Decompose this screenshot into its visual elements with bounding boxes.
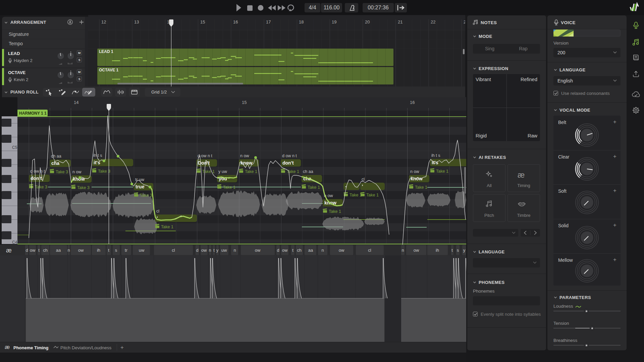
- svg-text:uw: uw: [139, 248, 145, 253]
- svg-text:23: 23: [464, 19, 465, 24]
- svg-text:17: 17: [266, 19, 271, 24]
- svg-text:Don't: Don't: [198, 160, 210, 166]
- svg-text:y: y: [463, 248, 466, 253]
- svg-text:21: 21: [398, 19, 402, 24]
- svg-text:15: 15: [200, 19, 205, 24]
- svg-text:Take 1: Take 1: [161, 225, 173, 229]
- svg-text:18: 18: [299, 19, 304, 24]
- svg-text:Take 1: Take 1: [308, 185, 320, 190]
- svg-text:tr: tr: [125, 248, 128, 253]
- svg-text:Take 1: Take 1: [415, 185, 427, 190]
- svg-text:uw: uw: [221, 248, 227, 253]
- svg-text:C5: C5: [12, 145, 17, 150]
- svg-text:ih t s: ih t s: [431, 153, 440, 158]
- svg-text:ow: ow: [339, 248, 344, 253]
- svg-text:OCTAVE 1: OCTAVE 1: [99, 68, 119, 72]
- svg-text:n: n: [233, 248, 236, 253]
- svg-text:Take 3: Take 3: [77, 185, 90, 190]
- svg-text:19: 19: [332, 19, 336, 24]
- svg-text:ih: ih: [436, 248, 439, 253]
- svg-text:t: t: [292, 248, 293, 253]
- svg-text:t: t: [38, 248, 40, 253]
- svg-text:Take 1: Take 1: [350, 193, 362, 197]
- svg-text:cl: cl: [172, 248, 175, 253]
- svg-text:Take 3: Take 3: [98, 169, 110, 174]
- svg-text:Take 1: Take 1: [329, 209, 341, 214]
- svg-text:true: true: [136, 184, 145, 189]
- svg-text:cl: cl: [368, 248, 371, 253]
- svg-text:Take 1: Take 1: [436, 169, 448, 174]
- svg-text:y: y: [216, 248, 219, 253]
- svg-text:d ow n t: d ow n t: [282, 154, 297, 158]
- svg-text:æ: æ: [6, 247, 12, 254]
- svg-text:12: 12: [101, 19, 106, 24]
- svg-text:ow: ow: [414, 248, 419, 253]
- svg-text:d ow n t: d ow n t: [30, 169, 45, 174]
- svg-text:': ': [362, 184, 363, 189]
- svg-text:y uw: y uw: [218, 169, 227, 174]
- svg-text:don't: don't: [31, 176, 42, 181]
- svg-text:don't: don't: [282, 160, 294, 166]
- svg-text:13: 13: [134, 19, 139, 24]
- svg-text:LEAD 1: LEAD 1: [99, 49, 113, 54]
- svg-text:ow: ow: [30, 248, 36, 253]
- svg-text:14: 14: [74, 100, 78, 105]
- svg-text:ch: ch: [43, 248, 48, 253]
- svg-text:HARMONY 1 1: HARMONY 1 1: [19, 111, 47, 116]
- svg-text:16: 16: [233, 19, 238, 24]
- svg-text:cl: cl: [156, 209, 159, 214]
- svg-text:ow: ow: [255, 248, 261, 253]
- svg-text:Take 1: Take 1: [366, 193, 379, 197]
- svg-text:cl: cl: [362, 177, 365, 182]
- svg-text:n: n: [209, 248, 211, 253]
- svg-text:n ow: n ow: [72, 170, 82, 174]
- svg-text:n: n: [67, 248, 70, 253]
- svg-text:t: t: [213, 248, 215, 253]
- svg-text:Take 3: Take 3: [56, 170, 68, 174]
- svg-text:s: s: [457, 248, 459, 253]
- svg-text:ow: ow: [201, 248, 207, 253]
- svg-text:Take 3: Take 3: [140, 193, 152, 198]
- svg-text:t: t: [451, 248, 453, 253]
- svg-text:ch aa: ch aa: [303, 169, 313, 174]
- svg-text:n: n: [321, 248, 324, 253]
- svg-text:15: 15: [242, 100, 247, 105]
- svg-text:n ow: n ow: [240, 154, 249, 158]
- svg-text:d: d: [196, 248, 198, 253]
- svg-text:d: d: [277, 248, 279, 253]
- svg-text:n: n: [401, 248, 404, 253]
- svg-text:ow: ow: [282, 248, 288, 253]
- svg-text:16: 16: [410, 100, 415, 105]
- svg-text:t: t: [108, 248, 109, 253]
- svg-text:aa: aa: [308, 248, 313, 253]
- svg-text:it's: it's: [432, 160, 438, 165]
- svg-text:C4: C4: [12, 240, 17, 245]
- svg-text:ih: ih: [97, 248, 100, 253]
- svg-text:n ow: n ow: [410, 169, 419, 174]
- svg-text:Take 1: Take 1: [202, 169, 215, 174]
- svg-text:ih t s: ih t s: [93, 153, 102, 158]
- svg-text:Take 1: Take 1: [223, 185, 235, 190]
- svg-text:ow: ow: [78, 248, 84, 253]
- svg-text:22: 22: [431, 19, 435, 24]
- svg-text:Take 3: Take 3: [35, 185, 47, 189]
- svg-text:20: 20: [365, 19, 370, 24]
- svg-text:ch: ch: [297, 248, 302, 253]
- svg-text:Take 1: Take 1: [245, 169, 257, 174]
- svg-text:s: s: [115, 248, 117, 253]
- svg-text:d: d: [25, 248, 28, 253]
- svg-text:aa: aa: [56, 248, 61, 253]
